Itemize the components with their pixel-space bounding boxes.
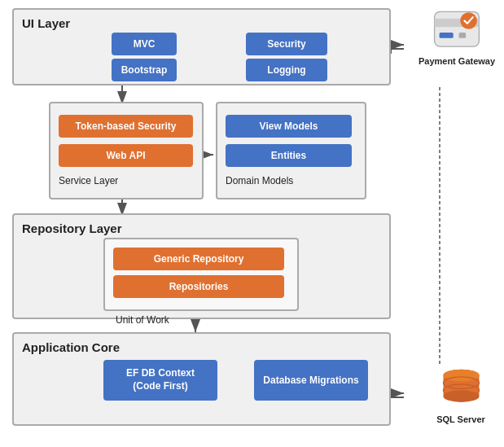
- svg-rect-14: [459, 33, 467, 38]
- ef-db-context-button[interactable]: EF DB Context(Code First): [103, 360, 217, 401]
- svg-point-19: [443, 370, 479, 382]
- payment-gateway-icon: [432, 8, 481, 53]
- svg-rect-13: [440, 33, 454, 38]
- repository-layer-title: Repository Layer: [22, 221, 122, 235]
- domain-models-box: View Models Entities Domain Models: [216, 102, 366, 199]
- entities-button[interactable]: Entities: [226, 144, 352, 167]
- bootstrap-button[interactable]: Bootstrap: [112, 59, 177, 81]
- service-layer-label: Service Layer: [59, 175, 118, 186]
- logging-button[interactable]: Logging: [246, 59, 327, 81]
- ui-layer-title: UI Layer: [22, 16, 70, 30]
- security-button[interactable]: Security: [246, 33, 327, 55]
- ui-layer-box: UI Layer MVC Bootstrap Security Logging: [12, 8, 391, 85]
- sql-server-container: SQL Server: [424, 366, 497, 424]
- sql-server-icon: [439, 366, 484, 411]
- unit-of-work-label: Unit of Work: [116, 314, 169, 326]
- app-core-title: Application Core: [22, 340, 120, 354]
- architecture-diagram: UI Layer MVC Bootstrap Security Logging …: [0, 0, 504, 447]
- sql-server-label: SQL Server: [424, 414, 497, 424]
- app-core-box: Application Core EF DB Context(Code Firs…: [12, 332, 391, 426]
- view-models-button[interactable]: View Models: [226, 115, 352, 138]
- payment-gateway-container: Payment Gateway: [416, 8, 497, 66]
- database-migrations-button[interactable]: Database Migrations: [254, 360, 368, 401]
- service-layer-box: Token-based Security Web API Service Lay…: [49, 102, 204, 199]
- repositories-button[interactable]: Repositories: [113, 275, 284, 298]
- web-api-button[interactable]: Web API: [59, 144, 193, 167]
- domain-models-label: Domain Models: [226, 175, 293, 186]
- repository-layer-box: Repository Layer Generic Repository Repo…: [12, 213, 391, 319]
- token-security-button[interactable]: Token-based Security: [59, 115, 193, 138]
- payment-gateway-label: Payment Gateway: [416, 56, 497, 66]
- mvc-button[interactable]: MVC: [112, 33, 177, 55]
- unit-of-work-box: Generic Repository Repositories: [103, 238, 299, 311]
- generic-repository-button[interactable]: Generic Repository: [113, 248, 284, 270]
